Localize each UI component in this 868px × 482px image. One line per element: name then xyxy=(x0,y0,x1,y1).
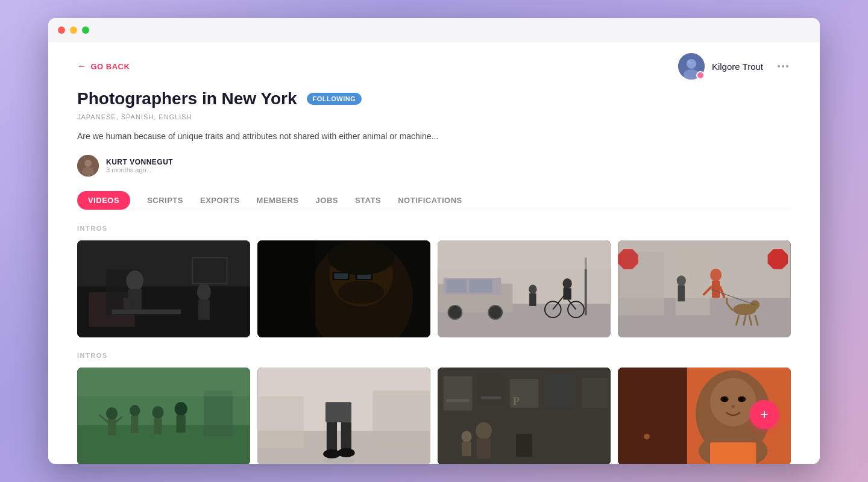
section-1: INTROS xyxy=(77,225,791,337)
close-button[interactable] xyxy=(58,27,65,34)
svg-point-16 xyxy=(197,284,211,301)
more-dot-2 xyxy=(782,65,784,67)
more-menu-button[interactable] xyxy=(775,63,791,70)
video-thumb-3[interactable] xyxy=(438,240,611,337)
svg-text:P: P xyxy=(512,395,520,408)
following-badge[interactable]: FOLLOWING xyxy=(307,93,362,105)
tab-jobs[interactable]: JOBS xyxy=(316,191,338,210)
video-scene-1 xyxy=(77,240,250,337)
svg-point-114 xyxy=(740,398,744,401)
video-grid-2: P xyxy=(77,368,791,464)
fab-plus-icon: + xyxy=(760,406,769,423)
svg-marker-52 xyxy=(768,249,788,269)
svg-rect-18 xyxy=(192,258,227,284)
svg-rect-96 xyxy=(544,375,576,409)
svg-rect-33 xyxy=(447,280,467,293)
video-scene-2 xyxy=(257,240,430,337)
video-thumb-1[interactable] xyxy=(77,240,250,337)
fab-add-button[interactable]: + xyxy=(750,400,779,429)
content-area: ← GO BACK Kilgore Trout xyxy=(48,42,820,464)
video-thumb-6[interactable] xyxy=(257,368,430,464)
svg-rect-97 xyxy=(582,378,608,408)
svg-point-104 xyxy=(461,431,471,443)
svg-rect-70 xyxy=(108,419,116,436)
minimize-button[interactable] xyxy=(70,27,77,34)
svg-point-65 xyxy=(677,275,686,286)
author-avatar-illustration xyxy=(77,155,99,177)
video-grid-1 xyxy=(77,240,791,337)
svg-point-3 xyxy=(687,60,691,64)
author-info: KURT VONNEGUT 3 months ago... xyxy=(106,158,173,174)
svg-point-102 xyxy=(515,416,533,435)
svg-rect-17 xyxy=(198,299,210,319)
tabs-bar: VIDEOS SCRIPTS EXPORTS MEMBERS JOBS STAT… xyxy=(77,191,791,210)
svg-rect-24 xyxy=(334,273,348,279)
svg-rect-66 xyxy=(678,286,685,302)
svg-rect-43 xyxy=(563,288,571,299)
video-scene-4 xyxy=(618,240,791,337)
svg-rect-74 xyxy=(154,418,162,434)
back-button[interactable]: ← GO BACK xyxy=(77,61,130,72)
top-bar: ← GO BACK Kilgore Trout xyxy=(48,42,820,80)
video-scene-5 xyxy=(77,368,250,464)
svg-point-100 xyxy=(476,422,492,440)
svg-point-36 xyxy=(488,305,502,319)
svg-rect-80 xyxy=(77,368,250,396)
svg-rect-83 xyxy=(327,419,337,454)
section-1-label: INTROS xyxy=(77,225,791,232)
user-name: Kilgore Trout xyxy=(712,61,763,72)
svg-point-75 xyxy=(175,402,187,416)
svg-rect-94 xyxy=(478,374,504,405)
svg-point-73 xyxy=(152,406,163,419)
svg-rect-34 xyxy=(470,280,492,293)
tab-exports[interactable]: EXPORTS xyxy=(200,191,240,210)
svg-point-88 xyxy=(321,458,355,464)
svg-rect-79 xyxy=(204,391,233,437)
video-thumb-2[interactable] xyxy=(257,240,430,337)
titlebar xyxy=(48,18,820,42)
svg-point-69 xyxy=(106,407,118,420)
main-content: Photographers in New York FOLLOWING JAPA… xyxy=(48,80,820,464)
traffic-lights xyxy=(58,27,89,34)
svg-rect-14 xyxy=(112,310,181,315)
svg-rect-15 xyxy=(124,298,135,310)
section-2: INTROS xyxy=(77,352,791,464)
svg-point-71 xyxy=(130,405,140,417)
tab-videos[interactable]: VIDEOS xyxy=(77,191,130,210)
video-scene-6 xyxy=(257,368,430,464)
svg-point-6 xyxy=(82,167,94,177)
maximize-button[interactable] xyxy=(82,27,89,34)
svg-marker-53 xyxy=(618,249,638,269)
svg-rect-116 xyxy=(710,443,756,464)
svg-point-27 xyxy=(338,281,384,304)
tab-members[interactable]: MEMBERS xyxy=(257,191,299,210)
back-arrow-icon: ← xyxy=(77,61,87,72)
svg-rect-47 xyxy=(438,240,611,269)
svg-rect-89 xyxy=(257,396,303,448)
tab-scripts[interactable]: SCRIPTS xyxy=(147,191,183,210)
tab-notifications[interactable]: NOTIFICATIONS xyxy=(398,191,462,210)
svg-rect-87 xyxy=(326,402,351,422)
svg-rect-90 xyxy=(373,391,430,449)
more-dot-1 xyxy=(778,65,780,67)
svg-point-35 xyxy=(448,305,462,319)
video-thumb-5[interactable] xyxy=(77,368,250,464)
svg-rect-117 xyxy=(618,368,687,464)
avatar-badge xyxy=(696,71,705,80)
user-section: Kilgore Trout xyxy=(678,53,791,80)
section-2-label: INTROS xyxy=(77,352,791,359)
video-thumb-7[interactable]: P xyxy=(438,368,611,464)
svg-point-118 xyxy=(644,434,650,440)
author-section: KURT VONNEGUT 3 months ago... xyxy=(77,155,791,177)
svg-rect-101 xyxy=(477,439,491,459)
app-window: ← GO BACK Kilgore Trout xyxy=(48,18,820,464)
author-name: KURT VONNEGUT xyxy=(106,158,173,166)
svg-point-42 xyxy=(563,278,572,289)
svg-point-26 xyxy=(328,240,395,275)
video-thumb-4[interactable] xyxy=(618,240,791,337)
languages-label: JAPANESE, SPANISH, ENGLISH xyxy=(77,113,791,120)
back-label: GO BACK xyxy=(91,62,130,71)
tab-stats[interactable]: STATS xyxy=(355,191,381,210)
user-avatar-wrapper xyxy=(678,53,705,80)
svg-point-86 xyxy=(338,448,355,457)
